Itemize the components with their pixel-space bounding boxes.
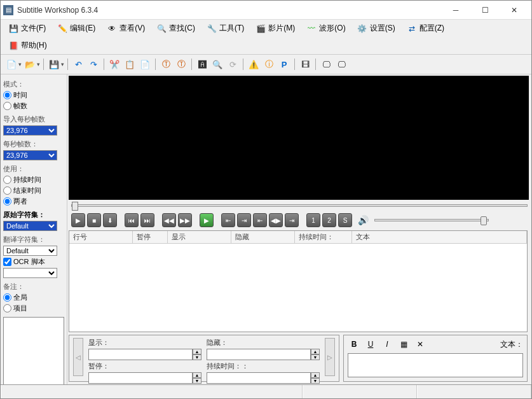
next-nav-button[interactable]: ▷ [325,338,335,376]
col-hide[interactable]: 隐藏 [231,231,295,243]
notes-textarea[interactable] [3,317,64,384]
save-icon: 💾 [8,24,18,34]
edit-icon: ✏️ [57,24,67,34]
subtitle-grid[interactable]: 行号 暂停 显示 隐藏 持续时间： 文本 [69,230,528,332]
new-button[interactable]: 📄 [4,57,18,71]
end-radio[interactable]: 结束时间 [3,186,64,195]
play-button[interactable]: ▶ [71,213,85,227]
undo-button[interactable]: ↶ [71,57,85,71]
book-icon: 📕 [8,41,18,51]
volume-slider[interactable] [374,219,489,221]
lang-button[interactable]: 🅰 [195,57,209,71]
open-dropdown[interactable]: ▾ [37,61,40,67]
text-label: 文本： [500,339,523,350]
redo-button[interactable]: ↷ [86,57,100,71]
col-text[interactable]: 文本 [352,231,527,243]
fps-select[interactable]: 23,976 [3,150,57,160]
video-preview[interactable] [69,76,529,200]
col-pause[interactable]: 暂停 [133,231,168,243]
s-button[interactable]: S [338,213,352,227]
clear-button[interactable]: ✕ [414,339,426,350]
preview-button[interactable]: 🖵 [319,57,333,71]
num2-button[interactable]: 2 [322,213,336,227]
down-button[interactable]: ⬇ [103,213,117,227]
ocr-checkbox[interactable]: OCR 脚本 [3,257,64,267]
set-end-button[interactable]: ⇥ [285,213,299,227]
input-fps-label: 导入每秒帧数 [3,115,64,124]
grid-body[interactable] [69,244,527,332]
seek-slider[interactable] [71,201,528,210]
color-button[interactable]: ▦ [397,339,410,350]
forward-button[interactable]: ▶▶ [178,213,192,227]
pascal-button[interactable]: P [277,57,291,71]
duration-spinner[interactable]: ▲▼ [311,372,320,384]
info-button[interactable]: ⓘ [262,57,276,71]
subtitle-text-input[interactable] [348,353,523,377]
window-title: Subtitle Workshop 6.3.4 [17,6,441,15]
col-num[interactable]: 行号 [69,231,133,243]
text-button[interactable]: Ⓣ [159,57,173,71]
col-duration[interactable]: 持续时间： [295,231,352,243]
menu-movie[interactable]: 🎬影片(M) [250,21,300,36]
set-both-button[interactable]: ◀▶ [269,213,283,227]
show-input[interactable] [88,349,193,360]
bold-button[interactable]: B [348,339,360,350]
open-button[interactable]: 📂 [23,57,37,71]
save-button[interactable]: 💾 [47,57,61,71]
save-dropdown[interactable]: ▾ [61,61,64,67]
ocr-select[interactable] [3,268,57,278]
pause-input[interactable] [88,372,193,384]
italic-button[interactable]: I [381,339,393,350]
prev-sub-button[interactable]: ⏮ [125,213,139,227]
time-button[interactable]: Ⓣ [174,57,188,71]
paste-button[interactable]: 📄 [138,57,152,71]
menu-settings[interactable]: ⚙️设置(S) [352,21,400,36]
new-dropdown[interactable]: ▾ [18,61,22,67]
menu-tools[interactable]: 🔧工具(T) [201,21,249,36]
next-sub-button[interactable]: ⏭ [140,213,154,227]
mark-in-button[interactable]: ⇤ [221,213,235,227]
project-radio[interactable]: 项目 [3,304,64,313]
gear-icon: ⚙️ [357,24,367,34]
replace-button[interactable]: ⟳ [226,57,240,71]
menu-view[interactable]: 👁查看(V) [102,21,150,36]
movie-button[interactable]: 🎞 [298,57,312,71]
hide-spinner[interactable]: ▲▼ [311,349,320,360]
menu-config[interactable]: ⇄配置(Z) [402,21,449,36]
zoom-button[interactable]: 🔍 [210,57,224,71]
menu-help[interactable]: 📕帮助(H) [3,38,52,53]
orig-charset-select[interactable]: Default [3,221,57,231]
menu-file[interactable]: 💾文件(F) [3,21,51,36]
time-radio[interactable]: 时间 [3,90,64,100]
stop-button[interactable]: ■ [87,213,101,227]
prev-nav-button[interactable]: ◁ [73,338,83,376]
maximize-button[interactable]: ☐ [470,1,500,20]
play2-button[interactable]: ▶ [200,213,214,227]
hide-input[interactable] [207,349,311,360]
menu-search[interactable]: 🔍查找(C) [151,21,200,36]
trans-charset-select[interactable]: Default [3,246,57,256]
copy-button[interactable]: 📋 [123,57,137,71]
playbar: ▶ ■ ⬇ ⏮ ⏭ ◀◀ ▶▶ ▶ ⇤ ⇥ ⇤ ◀▶ ⇥ 1 2 S [67,211,531,229]
warn-button[interactable]: ⚠️ [247,57,261,71]
menu-wave[interactable]: 〰波形(O) [301,21,350,36]
duration-input[interactable] [207,372,311,384]
external-button[interactable]: 🖵 [334,57,348,71]
underline-button[interactable]: U [364,339,377,350]
minimize-button[interactable]: ─ [441,1,470,20]
mark-out-button[interactable]: ⇥ [237,213,251,227]
both-radio[interactable]: 两者 [3,197,64,206]
cut-button[interactable]: ✂️ [107,57,121,71]
num1-button[interactable]: 1 [306,213,320,227]
duration-radio[interactable]: 持续时间 [3,175,64,185]
col-show[interactable]: 显示 [168,231,231,243]
close-button[interactable]: ✕ [500,1,529,20]
show-spinner[interactable]: ▲▼ [193,349,201,360]
pause-spinner[interactable]: ▲▼ [193,372,201,384]
global-radio[interactable]: 全局 [3,293,64,302]
menu-edit[interactable]: ✏️编辑(E) [52,21,100,36]
frames-radio[interactable]: 帧数 [3,101,64,111]
rewind-button[interactable]: ◀◀ [162,213,176,227]
set-start-button[interactable]: ⇤ [253,213,267,227]
input-fps-select[interactable]: 23,976 [3,125,57,136]
